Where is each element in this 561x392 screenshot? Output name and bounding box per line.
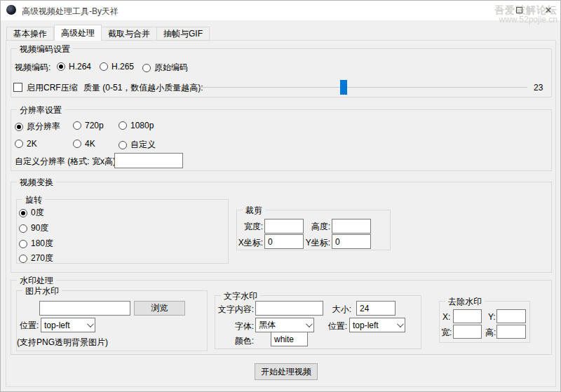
radio-4k-label: 4K [85, 139, 95, 149]
radio-1080p-label: 1080p [130, 121, 154, 130]
group-rotate-legend: 旋转 [22, 194, 45, 206]
quality-slider-track[interactable] [199, 87, 527, 88]
radio-rotate-90[interactable]: 90度 [19, 222, 48, 234]
radio-rotate-0-label: 0度 [31, 207, 44, 219]
radio-rotate-90-label: 90度 [31, 222, 48, 234]
text-content-label: 文字内容: [215, 304, 254, 314]
remove-x-input[interactable] [453, 309, 482, 323]
radio-2k[interactable]: 2K [15, 139, 37, 149]
radio-rotate-180-label: 180度 [31, 238, 53, 250]
radio-720p[interactable]: 720p [73, 121, 104, 130]
radio-original-resolution[interactable]: 原分辨率 [15, 121, 60, 133]
tab-advanced[interactable]: 高级处理 [54, 25, 102, 41]
text-position-value: top-left [353, 320, 379, 330]
radio-h264[interactable]: H.264 [57, 62, 91, 72]
radio-rotate-270-label: 270度 [31, 252, 53, 264]
group-resolution-legend: 分辨率设置 [17, 104, 65, 116]
radio-original-resolution-dot [15, 123, 23, 131]
custom-resolution-label: 自定义分辨率 (格式: 宽x高): [15, 156, 118, 166]
radio-rotate-90-dot [19, 224, 27, 233]
remove-w-label: 宽: [441, 327, 452, 337]
group-text-watermark-legend: 文字水印 [221, 290, 260, 302]
image-position-value: top-left [44, 320, 70, 330]
radio-rotate-180-dot [19, 240, 27, 248]
remove-x-label: X: [442, 312, 450, 322]
radio-h265-dot [100, 62, 108, 71]
close-button[interactable]: ✕ [542, 4, 555, 16]
text-position-select[interactable]: top-left [349, 318, 405, 332]
window-title: 高级视频处理工具-By天祥 [22, 6, 119, 18]
browse-button[interactable]: 浏览 [134, 301, 185, 316]
crop-x-input[interactable]: 0 [264, 234, 304, 249]
remove-h-label: 高: [485, 327, 496, 337]
radio-custom-resolution[interactable]: 自定义 [119, 139, 156, 151]
crop-y-input[interactable]: 0 [332, 234, 371, 249]
text-size-label: 大小: [329, 304, 351, 314]
image-position-select[interactable]: top-left [41, 318, 95, 332]
crop-width-input[interactable] [264, 219, 304, 234]
radio-rotate-270[interactable]: 270度 [19, 252, 53, 264]
radio-rotate-0-dot [19, 209, 27, 217]
quality-value: 23 [534, 83, 543, 93]
text-content-input[interactable] [255, 301, 323, 316]
crf-checkbox[interactable] [13, 83, 22, 92]
image-position-label: 位置: [20, 320, 39, 330]
crop-y-label: Y坐标: [302, 238, 330, 248]
radio-720p-label: 720p [85, 121, 104, 130]
maximize-button[interactable] [513, 4, 525, 16]
radio-1080p[interactable]: 1080p [119, 121, 154, 130]
remove-y-input[interactable] [496, 309, 526, 323]
radio-rotate-270-dot [19, 255, 27, 263]
titlebar: 吾爱破解论坛 www.52pojie.cn 高级视频处理工具-By天祥 ✕ [1, 1, 560, 20]
crop-height-label: 高度: [306, 222, 330, 231]
remove-w-input[interactable] [453, 325, 482, 339]
radio-h264-dot [57, 62, 65, 71]
image-watermark-path-input[interactable] [39, 301, 130, 316]
group-encoding-legend: 视频编码设置 [17, 43, 73, 55]
text-size-input[interactable]: 24 [356, 301, 396, 316]
custom-resolution-input[interactable] [114, 153, 183, 168]
radio-4k[interactable]: 4K [73, 139, 95, 149]
crop-width-label: 宽度: [239, 222, 263, 231]
app-icon [6, 5, 16, 15]
quality-label: 质量 (0-51，数值越小质量越高): [83, 83, 203, 93]
tab-basic[interactable]: 基本操作 [6, 27, 54, 41]
chevron-down-icon [306, 320, 313, 327]
group-transform-legend: 视频变换 [17, 177, 56, 189]
tab-frame-gif[interactable]: 抽帧与GIF [157, 27, 210, 41]
chevron-down-icon [87, 320, 94, 327]
tab-cut-merge[interactable]: 截取与合并 [102, 27, 157, 41]
codec-label: 视频编码: [15, 62, 50, 72]
crf-checkbox-label: 启用CRF压缩 [27, 83, 78, 93]
crop-height-input[interactable] [332, 219, 371, 234]
radio-2k-dot [15, 140, 23, 148]
group-crop-legend: 裁剪 [243, 205, 265, 217]
radio-4k-dot [73, 140, 81, 148]
radio-h264-label: H.264 [69, 62, 91, 72]
text-position-label: 位置: [325, 321, 347, 331]
text-color-input[interactable]: white [271, 332, 308, 346]
crop-x-label: X坐标: [235, 238, 263, 248]
maximize-icon [516, 7, 522, 13]
radio-rotate-0[interactable]: 0度 [19, 207, 44, 219]
radio-original-resolution-label: 原分辨率 [27, 121, 60, 133]
chevron-down-icon [397, 320, 404, 327]
radio-h265[interactable]: H.265 [100, 62, 134, 72]
tab-bar: 基本操作 高级处理 截取与合并 抽帧与GIF [6, 25, 210, 41]
radio-custom-resolution-dot [119, 141, 127, 149]
group-image-watermark-legend: 图片水印 [22, 285, 62, 297]
radio-rotate-180[interactable]: 180度 [19, 238, 53, 250]
radio-original-codec-label: 原始编码 [154, 62, 188, 74]
remove-h-input[interactable] [496, 325, 526, 339]
radio-custom-resolution-label: 自定义 [130, 139, 156, 151]
radio-h265-label: H.265 [111, 62, 134, 72]
quality-slider-handle[interactable] [340, 80, 347, 95]
app-window: 吾爱破解论坛 www.52pojie.cn 高级视频处理工具-By天祥 ✕ 基本… [0, 0, 561, 392]
start-processing-button[interactable]: 开始处理视频 [255, 363, 318, 380]
text-color-label: 颜色: [229, 336, 254, 346]
radio-original-codec[interactable]: 原始编码 [142, 62, 188, 74]
remove-y-label: Y: [488, 312, 496, 322]
text-font-select[interactable]: 黑体 [255, 318, 314, 332]
watermark-line2: www.52pojie.cn [494, 15, 557, 25]
png-hint: (支持PNG透明背景图片) [17, 337, 108, 347]
